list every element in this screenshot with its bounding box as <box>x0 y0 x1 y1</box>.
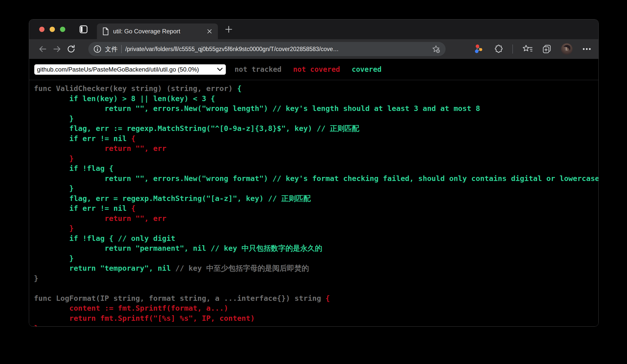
tab-bar: util: Go Coverage Report <box>29 19 598 39</box>
code-segment: func LogFormat(IP string, format string,… <box>34 294 325 303</box>
minimize-window-button[interactable] <box>50 27 55 32</box>
legend-cov0: not covered <box>293 65 340 74</box>
close-window-button[interactable] <box>39 27 45 32</box>
code-segment: return "", err <box>34 144 166 153</box>
url-text[interactable]: /private/var/folders/ll/c5555_qj0b55gzv5… <box>125 46 428 53</box>
settings-more-icon[interactable] <box>582 44 592 54</box>
tab-actions-menu-icon[interactable] <box>79 25 88 34</box>
reload-button[interactable] <box>64 42 78 56</box>
legend-cov8: covered <box>352 65 382 74</box>
new-tab-button[interactable] <box>225 26 233 33</box>
tab-title: util: Go Coverage Report <box>113 28 202 35</box>
code-segment: } <box>34 254 74 263</box>
code-segment: return "", errors.New("wrong format") //… <box>34 174 599 183</box>
code-segment: func ValidChecker(key string) (string, e… <box>34 84 237 93</box>
favorites-star-icon[interactable] <box>522 44 533 54</box>
code-segment: } <box>34 184 74 193</box>
code-segment: if err != nil <box>34 204 131 213</box>
code-segment: if !flag { <box>34 164 113 173</box>
code-segment: } <box>34 274 38 283</box>
code-segment: flag, err = regexp.MatchString("[a-z]", … <box>34 194 311 203</box>
url-divider <box>121 45 122 53</box>
window-controls <box>39 27 65 32</box>
code-segment: { <box>325 294 330 303</box>
file-select-value: github.com/PasteUs/PasteMeGoBackend/util… <box>37 66 199 73</box>
collections-icon[interactable] <box>542 44 552 54</box>
coverage-code: func ValidChecker(key string) (string, e… <box>29 84 598 327</box>
coverage-legend: not trackednot coveredcovered <box>235 65 382 74</box>
code-segment: return "", err <box>34 214 166 223</box>
page-document-icon <box>102 27 109 35</box>
code-segment: { <box>237 84 241 93</box>
forward-button[interactable] <box>50 42 64 56</box>
browser-toolbar: 文件 /private/var/folders/ll/c5555_qj0b55g… <box>29 39 598 59</box>
report-header: github.com/PasteUs/PasteMeGoBackend/util… <box>29 59 598 80</box>
code-segment: content := fmt.Sprintf(format, a...) <box>34 304 228 312</box>
page-info-icon[interactable] <box>93 45 101 53</box>
fullscreen-window-button[interactable] <box>60 27 65 32</box>
toolbar-divider <box>512 44 513 54</box>
add-favorite-star-icon[interactable] <box>431 44 441 54</box>
file-scheme-label: 文件 <box>105 45 118 53</box>
back-button[interactable] <box>36 42 50 56</box>
code-segment: return "", errors.New("wrong length") //… <box>34 104 480 113</box>
code-segment: flag, err := regexp.MatchString("^[0-9a-… <box>34 124 359 133</box>
code-segment: } <box>34 324 38 327</box>
code-segment: if err != nil <box>34 134 131 143</box>
legend-untracked: not tracked <box>235 65 281 74</box>
code-segment: } <box>34 154 74 163</box>
svg-text:L: L <box>566 47 568 51</box>
address-bar[interactable]: 文件 /private/var/folders/ll/c5555_qj0b55g… <box>88 42 446 56</box>
code-segment: } <box>34 114 74 123</box>
page-content: github.com/PasteUs/PasteMeGoBackend/util… <box>29 59 598 327</box>
code-segment: if len(key) > 8 || len(key) < 3 { <box>34 94 215 103</box>
file-select[interactable]: github.com/PasteUs/PasteMeGoBackend/util… <box>34 64 226 75</box>
extension-molecule-icon[interactable] <box>474 44 484 54</box>
extensions-puzzle-icon[interactable] <box>493 44 503 54</box>
code-segment: { <box>131 204 135 213</box>
tab-close-icon[interactable] <box>206 28 213 35</box>
browser-window: util: Go Coverage Report <box>29 19 599 327</box>
code-segment: } <box>34 224 74 233</box>
profile-avatar[interactable]: L <box>561 43 573 55</box>
code-segment: { <box>131 134 135 143</box>
code-segment: return fmt.Sprintf("[%s] %s", IP, conten… <box>34 314 255 323</box>
code-segment: // key 中至少包括字母的是阅后即焚的 <box>175 264 309 272</box>
active-tab[interactable]: util: Go Coverage Report <box>97 24 218 39</box>
code-segment: if !flag { // only digit <box>34 234 175 243</box>
code-segment: return "permanent", nil // key 中只包括数字的是永… <box>34 244 322 253</box>
toolbar-right-icons: L <box>474 43 592 55</box>
chevron-down-icon <box>217 68 223 71</box>
code-segment: return "temporary", nil <box>34 264 175 272</box>
